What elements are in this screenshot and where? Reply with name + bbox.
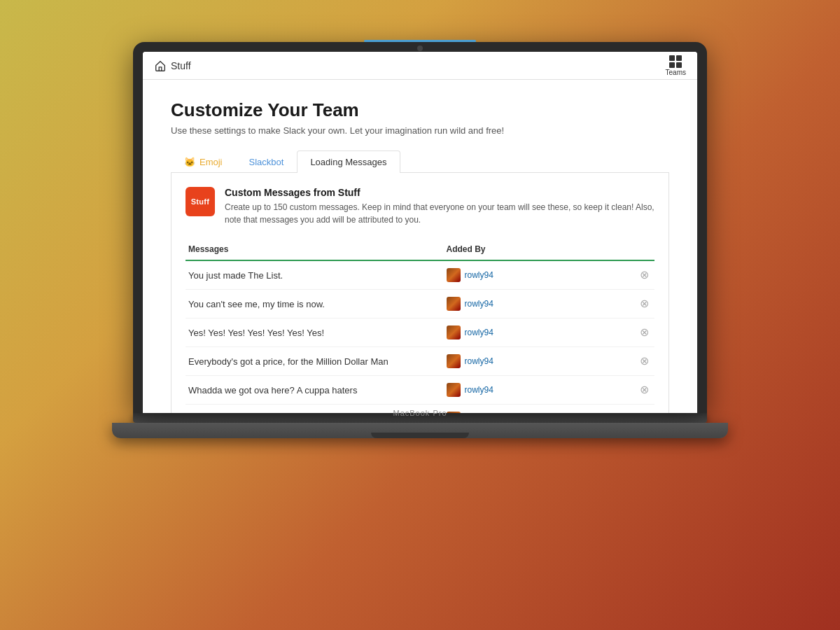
loading-messages-panel: Stuff Custom Messages from Stuff Create …: [171, 173, 669, 413]
added-by-cell: rowly94: [444, 347, 608, 376]
remove-icon[interactable]: ⊗: [640, 298, 649, 309]
table-row: Everybody's got a price, for the Million…: [186, 347, 654, 376]
macbook-label: MacBook Pro: [393, 409, 447, 417]
screen-content: Stuff Teams Customize Your Team Use thes…: [143, 52, 697, 413]
app-topbar: Stuff Teams: [143, 52, 697, 80]
user-avatar: [447, 412, 461, 413]
home-icon: [154, 59, 167, 72]
teams-grid-icon: [669, 55, 682, 68]
table-row: Yes! Yes! Yes! Yes! Yes! Yes! Yes!rowly9…: [186, 318, 654, 347]
user-link[interactable]: rowly94: [465, 299, 493, 309]
messages-table: Messages Added By You just made The List…: [186, 240, 654, 413]
tab-loading-label: Loading Messages: [310, 157, 386, 167]
user-avatar: [447, 383, 461, 397]
stuff-logo: Stuff: [186, 187, 215, 216]
remove-cell[interactable]: ⊗: [608, 347, 654, 376]
col-header-added-by: Added By: [444, 240, 608, 260]
message-cell: Whadda we got ova here? A cuppa haters: [186, 376, 444, 405]
teams-label: Teams: [666, 69, 686, 76]
message-cell: You can't see me, my time is now.: [186, 290, 444, 318]
user-avatar: [447, 297, 461, 311]
table-row: You can't see me, my time is now.rowly94…: [186, 290, 654, 318]
added-by-cell: rowly94: [444, 318, 608, 347]
col-header-action: [608, 240, 654, 260]
added-by-cell: rowly94: [444, 405, 608, 414]
remove-cell[interactable]: ⊗: [608, 318, 654, 347]
emoji-icon: 🐱: [184, 157, 195, 167]
remove-cell[interactable]: ⊗: [608, 405, 654, 414]
table-row: Whadda we got ova here? A cuppa hatersro…: [186, 376, 654, 405]
remove-cell[interactable]: ⊗: [608, 290, 654, 318]
added-by-cell: rowly94: [444, 260, 608, 290]
tab-loading-messages[interactable]: Loading Messages: [297, 150, 400, 173]
custom-msg-header: Stuff Custom Messages from Stuff Create …: [186, 187, 654, 226]
laptop-camera: [417, 46, 423, 51]
remove-cell[interactable]: ⊗: [608, 376, 654, 405]
remove-icon[interactable]: ⊗: [640, 412, 649, 413]
tab-slackbot[interactable]: Slackbot: [236, 150, 298, 173]
user-avatar: [447, 326, 461, 340]
touchbar: [364, 40, 476, 42]
remove-icon[interactable]: ⊗: [640, 384, 649, 396]
added-by-cell: rowly94: [444, 376, 608, 405]
page-subtitle: Use these settings to make Slack your ow…: [171, 125, 669, 136]
user-avatar: [447, 268, 461, 282]
laptop-screen: Stuff Teams Customize Your Team Use thes…: [133, 42, 707, 413]
app-content: Customize Your Team Use these settings t…: [143, 80, 697, 413]
remove-icon[interactable]: ⊗: [640, 326, 649, 338]
tab-emoji-label: Emoji: [200, 157, 223, 167]
custom-msg-text: Custom Messages from Stuff Create up to …: [225, 187, 654, 226]
remove-icon[interactable]: ⊗: [640, 269, 649, 281]
added-by-cell: rowly94: [444, 290, 608, 318]
message-cell: Yes! Yes! Yes! Yes! Yes! Yes! Yes!: [186, 318, 444, 347]
laptop-base: MacBook Pro: [112, 423, 728, 438]
laptop-wrapper: Stuff Teams Customize Your Team Use thes…: [133, 42, 707, 588]
user-avatar: [447, 354, 461, 368]
custom-msg-title: Custom Messages from Stuff: [225, 187, 654, 198]
table-row: You just made The List.rowly94⊗: [186, 260, 654, 290]
user-link[interactable]: rowly94: [465, 385, 493, 395]
col-header-messages: Messages: [186, 240, 444, 260]
page-title: Customize Your Team: [171, 99, 669, 121]
tab-slackbot-label: Slackbot: [249, 157, 284, 167]
custom-msg-description: Create up to 150 custom messages. Keep i…: [225, 201, 654, 226]
remove-cell[interactable]: ⊗: [608, 260, 654, 290]
home-label: Stuff: [171, 60, 191, 71]
user-link[interactable]: rowly94: [465, 356, 493, 366]
topbar-home[interactable]: Stuff: [154, 59, 191, 72]
content-inner: Customize Your Team Use these settings t…: [143, 80, 697, 413]
tabs: 🐱 Emoji Slackbot Loading Messages: [171, 150, 669, 173]
topbar-right[interactable]: Teams: [666, 55, 686, 76]
remove-icon[interactable]: ⊗: [640, 355, 649, 367]
message-cell: Everybody's got a price, for the Million…: [186, 347, 444, 376]
user-link[interactable]: rowly94: [465, 270, 493, 280]
tab-emoji[interactable]: 🐱 Emoji: [171, 150, 236, 173]
user-link[interactable]: rowly94: [465, 328, 493, 337]
message-cell: You just made The List.: [186, 260, 444, 290]
table-header-row: Messages Added By: [186, 240, 654, 260]
